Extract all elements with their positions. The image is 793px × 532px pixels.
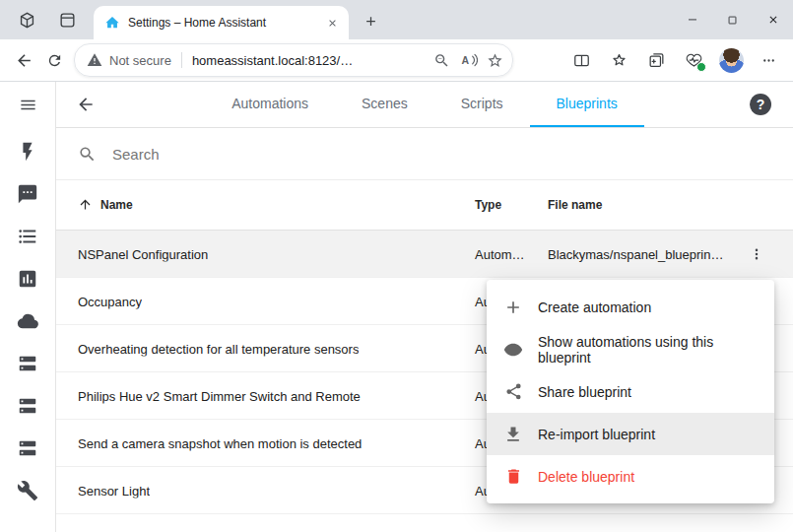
- svg-text:A: A: [461, 54, 469, 66]
- split-screen-icon[interactable]: [566, 45, 597, 76]
- sidebar-item-energy[interactable]: [16, 140, 39, 164]
- window-close-icon[interactable]: [753, 0, 793, 39]
- home-assistant-favicon-icon: [104, 15, 120, 31]
- sidebar-item-cloud[interactable]: [16, 309, 39, 333]
- sidebar-item-tools[interactable]: [16, 479, 39, 502]
- sidebar-item-logbook[interactable]: [16, 225, 39, 248]
- browser-essentials-icon[interactable]: [679, 45, 709, 76]
- row-name: NSPanel Configuration: [78, 246, 208, 261]
- favorite-star-icon[interactable]: [482, 47, 508, 74]
- tab-blueprints[interactable]: Blueprints: [530, 82, 644, 127]
- menu-item-create-automation[interactable]: Create automation: [487, 286, 774, 328]
- workspaces-icon[interactable]: [15, 8, 38, 32]
- row-type: Autom…: [475, 246, 525, 261]
- share-icon: [502, 381, 524, 403]
- tab-close-icon[interactable]: [324, 15, 341, 32]
- sidebar-item-history[interactable]: [16, 267, 39, 291]
- row-name: Sensor Light: [78, 483, 150, 498]
- column-header-file[interactable]: File name: [548, 198, 602, 212]
- back-icon[interactable]: [9, 45, 39, 76]
- ha-back-icon[interactable]: [76, 82, 96, 127]
- profile-avatar[interactable]: [716, 45, 747, 76]
- table-row[interactable]: Set entities based on other entities new…: [56, 514, 793, 532]
- address-bar[interactable]: Not secure homeassistant.local:8123/… A: [74, 43, 513, 77]
- collections-icon[interactable]: [641, 45, 672, 76]
- address-divider: [181, 52, 182, 68]
- browser-window: Settings – Home Assistant: [0, 0, 793, 532]
- read-aloud-icon[interactable]: A: [455, 47, 482, 74]
- new-tab-icon[interactable]: [359, 9, 383, 33]
- refresh-icon[interactable]: [39, 45, 70, 76]
- not-secure-warning-icon: [87, 52, 102, 68]
- sidebar-item-server-1[interactable]: [16, 352, 39, 375]
- sidebar-item-server-2[interactable]: [16, 394, 39, 418]
- column-header-type[interactable]: Type: [475, 198, 501, 212]
- browser-toolbar: Not secure homeassistant.local:8123/… A: [0, 39, 793, 82]
- essentials-status-dot: [696, 62, 706, 72]
- tab-scenes[interactable]: Scenes: [335, 82, 434, 127]
- browser-tab-bar: Settings – Home Assistant: [0, 0, 793, 39]
- row-name: Philips Hue v2 Smart Dimmer Switch and R…: [78, 388, 361, 403]
- sidebar-menu-icon[interactable]: [19, 82, 37, 127]
- tab-activity-icon[interactable]: [55, 8, 79, 32]
- row-file: Blackymas/nspanel_blueprin…: [548, 246, 723, 261]
- ha-header: Automations Scenes Scripts Blueprints ?: [56, 82, 793, 128]
- zoom-out-icon[interactable]: [429, 47, 455, 74]
- tab-title: Settings – Home Assistant: [128, 16, 316, 30]
- menu-item-show-automations[interactable]: Show automations using this blueprint: [487, 328, 774, 370]
- ha-main-panel: Automations Scenes Scripts Blueprints ? …: [56, 82, 793, 532]
- help-icon[interactable]: ?: [750, 94, 771, 115]
- plus-icon: [502, 297, 524, 318]
- delete-icon: [502, 466, 524, 488]
- sidebar-item-assist[interactable]: [16, 182, 39, 206]
- table-header: Name Type File name: [56, 180, 793, 231]
- window-minimize-icon[interactable]: [672, 0, 712, 39]
- row-name: Occupancy: [78, 294, 142, 308]
- row-name: Overheating detection for all temperatur…: [78, 341, 359, 356]
- sort-arrow-icon: [78, 197, 94, 213]
- row-overflow-menu-icon[interactable]: [747, 244, 766, 264]
- column-header-name[interactable]: Name: [78, 197, 133, 213]
- ha-sidebar: [0, 82, 56, 532]
- row-name: Send a camera snapshot when motion is de…: [78, 435, 362, 450]
- search-bar: [56, 128, 793, 180]
- blueprint-context-menu: Create automation Show automations using…: [487, 280, 774, 503]
- menu-item-share-blueprint[interactable]: Share blueprint: [487, 370, 774, 413]
- menu-item-reimport-blueprint[interactable]: Re-import blueprint: [487, 413, 774, 455]
- url-text[interactable]: homeassistant.local:8123/…: [192, 53, 353, 68]
- tab-automations[interactable]: Automations: [205, 82, 335, 127]
- favorites-hub-icon[interactable]: [604, 45, 634, 76]
- window-maximize-icon[interactable]: [712, 0, 753, 39]
- search-icon: [78, 145, 97, 164]
- tab-scripts[interactable]: Scripts: [434, 82, 530, 127]
- search-input[interactable]: [110, 145, 528, 164]
- download-icon: [502, 424, 524, 445]
- table-row[interactable]: NSPanel Configuration Autom… Blackymas/n…: [56, 231, 793, 278]
- browser-tab[interactable]: Settings – Home Assistant: [94, 6, 349, 39]
- menu-item-delete-blueprint[interactable]: Delete blueprint: [487, 455, 774, 498]
- settings-more-icon[interactable]: [754, 45, 784, 76]
- sidebar-item-server-3[interactable]: [16, 436, 39, 460]
- security-status-label[interactable]: Not secure: [109, 53, 171, 68]
- eye-icon: [502, 339, 524, 361]
